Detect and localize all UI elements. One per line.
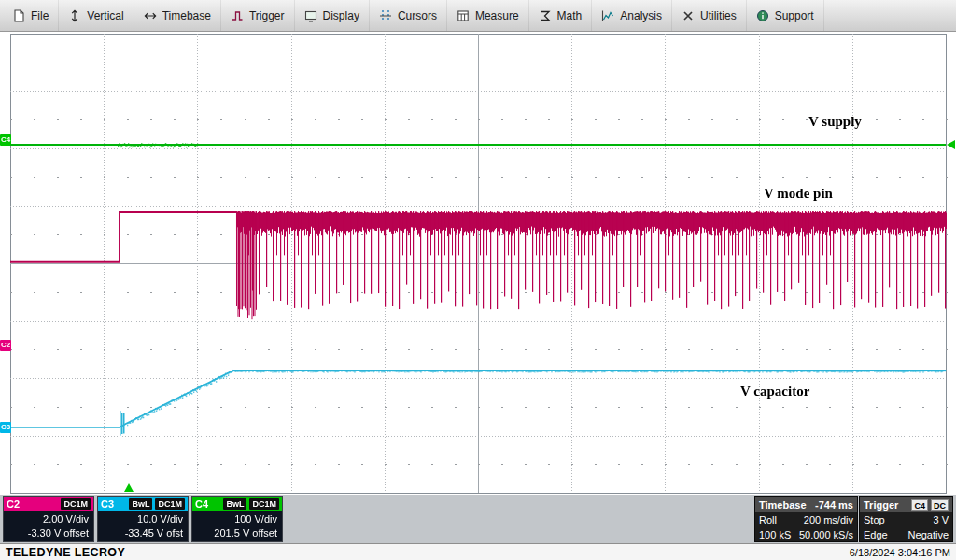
menu-item-label: Cursors (398, 9, 437, 22)
timebase-panel[interactable]: Timebase -744 ms Roll 200 ms/div 100 kS … (754, 496, 858, 542)
trigger-level: 3 V (933, 514, 949, 525)
menu-item-label: Analysis (620, 9, 662, 22)
trace-label-v-capacitor: V capacitor (740, 384, 809, 399)
timebase-delay: -744 ms (815, 499, 853, 511)
channel-descriptor-c2[interactable]: C2 DC1M 2.00 V/div -3.30 V offset (3, 496, 94, 542)
utilities-icon (682, 9, 695, 22)
channel-descriptor-c3[interactable]: C3 BwL DC1M 10.0 V/div -33.45 V ofst (97, 496, 189, 542)
bandwidth-badge: BwL (223, 498, 246, 510)
trigger-source-badge: C4 (911, 499, 928, 511)
channel-scale: 2.00 V/div (4, 512, 89, 526)
timebase-icon (144, 9, 157, 22)
menu-item-cursors[interactable]: Cursors (370, 0, 447, 31)
c4-zero-marker[interactable]: C4 (0, 134, 11, 146)
channel-header: C3 BwL DC1M (98, 497, 188, 511)
menu-item-file[interactable]: File (3, 0, 59, 31)
timebase-rate: 50.000 kS/s (799, 529, 853, 540)
trigger-mode: Stop (864, 514, 885, 525)
cursors-icon (379, 9, 392, 22)
channel-scale: 10.0 V/div (98, 512, 183, 526)
timebase-samples: 100 kS (759, 529, 791, 540)
trigger-icon (231, 9, 244, 22)
channel-offset: -3.30 V offset (4, 526, 89, 540)
channel-offset: 201.5 V offset (192, 526, 277, 540)
menu-item-math[interactable]: Math (529, 0, 593, 31)
channel-header: C2 DC1M (4, 497, 93, 511)
menu-item-vertical[interactable]: Vertical (59, 0, 134, 31)
coupling-badge: DC1M (155, 498, 185, 510)
channel-offset: -33.45 V ofst (98, 526, 183, 540)
timebase-scale: 200 ms/div (804, 514, 853, 525)
channel-id: C4 (195, 498, 208, 510)
display-icon (304, 9, 317, 22)
menu-item-label: Math (557, 9, 583, 22)
channel-scale: 100 V/div (192, 512, 277, 526)
menu-item-label: Display (323, 9, 359, 22)
menu-item-label: Support (775, 9, 814, 22)
bandwidth-badge: BwL (129, 498, 152, 510)
c3-zero-marker[interactable]: C3 (0, 422, 11, 433)
analysis-icon (601, 9, 614, 22)
menu-item-label: Trigger (249, 9, 285, 22)
file-icon (12, 9, 25, 22)
menu-item-analysis[interactable]: Analysis (592, 0, 672, 31)
coupling-badge: DC1M (61, 498, 91, 510)
brand-logo: TELEDYNE LECROY (6, 546, 125, 559)
menu-item-label: Vertical (87, 9, 123, 22)
vertical-icon (68, 9, 81, 22)
trigger-coupling-badge: DC (931, 499, 949, 511)
menu-item-support[interactable]: Support (747, 0, 824, 31)
measure-icon (457, 9, 470, 22)
timebase-title: Timebase (759, 499, 807, 511)
waveform-display: C4 C2 C3 V supplyV mode pinV capacitor (0, 32, 956, 495)
oscilloscope-app: FileVerticalTimebaseTriggerDisplayCursor… (0, 0, 956, 560)
menu-bar: FileVerticalTimebaseTriggerDisplayCursor… (0, 0, 956, 32)
menu-item-label: Measure (475, 9, 519, 22)
scope-canvas (0, 32, 956, 495)
trigger-type: Edge (864, 529, 888, 540)
menu-item-label: Utilities (700, 9, 737, 22)
channel-header: C4 BwL DC1M (192, 497, 282, 511)
trace-label-v-supply: V supply (808, 114, 862, 130)
menu-item-label: File (31, 9, 49, 22)
status-bar: TELEDYNE LECROY 6/18/2024 3:04:16 PM (0, 543, 956, 560)
descriptor-bar: C2 DC1M 2.00 V/div -3.30 V offset C3 BwL… (0, 495, 956, 543)
menu-item-timebase[interactable]: Timebase (134, 0, 221, 31)
channel-descriptor-c4[interactable]: C4 BwL DC1M 100 V/div 201.5 V offset (191, 496, 283, 542)
channel-id: C2 (7, 498, 20, 510)
menu-item-measure[interactable]: Measure (447, 0, 529, 31)
trace-label-v-mode-pin: V mode pin (764, 186, 833, 202)
trigger-slope: Negative (908, 529, 949, 540)
c2-zero-marker[interactable]: C2 (0, 340, 11, 351)
trigger-time-marker[interactable] (124, 483, 134, 492)
timebase-mode: Roll (759, 514, 777, 525)
support-icon (756, 9, 769, 22)
math-icon (539, 9, 552, 22)
coupling-badge: DC1M (249, 498, 279, 510)
datetime-display: 6/18/2024 3:04:16 PM (850, 547, 950, 558)
trigger-title: Trigger (864, 499, 898, 511)
menu-item-label: Timebase (162, 9, 211, 22)
trigger-panel[interactable]: Trigger C4 DC Stop 3 V Edge Negative (859, 496, 953, 542)
menu-item-display[interactable]: Display (295, 0, 370, 31)
channel-id: C3 (101, 498, 114, 510)
trigger-level-marker[interactable] (947, 140, 955, 149)
menu-item-trigger[interactable]: Trigger (221, 0, 295, 31)
menu-item-utilities[interactable]: Utilities (672, 0, 747, 31)
